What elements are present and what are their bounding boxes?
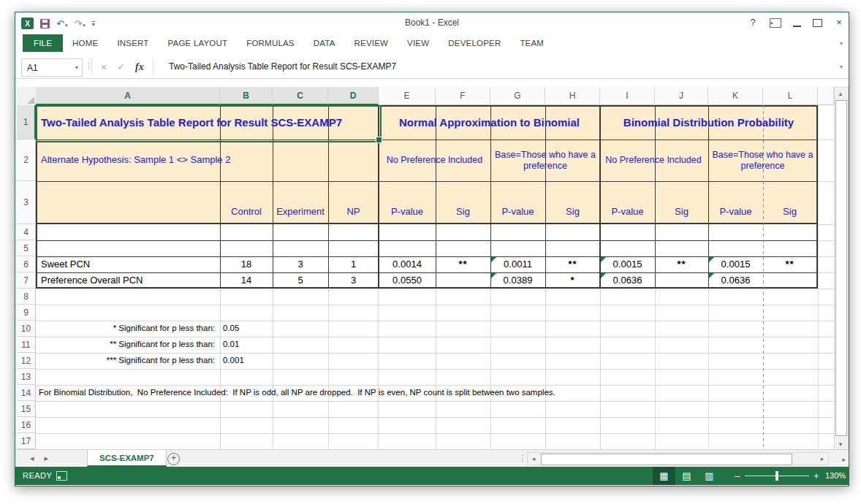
row-header-6[interactable]: 6 (17, 256, 36, 272)
formula-input[interactable]: Two-Tailed Analysis Table Report for Res… (169, 61, 827, 72)
scroll-up-icon[interactable]: ▴ (835, 88, 846, 99)
cell-G7[interactable]: 0.0389 (490, 272, 545, 289)
select-all-button[interactable] (17, 87, 37, 106)
cell-B10[interactable]: 0.05 (223, 321, 289, 337)
row-header-4[interactable]: 4 (17, 224, 36, 240)
cancel-icon[interactable]: × (101, 61, 107, 73)
cell-C7[interactable]: 5 (273, 272, 328, 289)
cell-L3[interactable]: Sig (763, 181, 816, 224)
cell-E3[interactable]: P-value (379, 181, 436, 224)
row-header-14[interactable]: 14 (17, 385, 36, 401)
cell-H7[interactable]: * (545, 272, 600, 289)
ribbon-collapse-icon[interactable]: ▾ (840, 40, 843, 47)
row-header-15[interactable]: 15 (17, 401, 36, 417)
cell-J3[interactable]: Sig (655, 181, 708, 224)
cell-A2[interactable]: Alternate Hypothesis: Sample 1 <> Sample… (36, 140, 379, 181)
row-header-2[interactable]: 2 (17, 140, 36, 181)
ribbon-tab-review[interactable]: REVIEW (345, 34, 398, 52)
ribbon-tab-developer[interactable]: DEVELOPER (439, 34, 510, 52)
vertical-scrollbar[interactable]: ▴ ▾ (834, 87, 849, 451)
row-header-8[interactable]: 8 (17, 289, 36, 305)
cell-K7[interactable]: 0.0636 (708, 272, 763, 289)
cell-D7[interactable]: 3 (328, 272, 379, 289)
row-header-9[interactable]: 9 (17, 305, 36, 321)
new-sheet-button[interactable]: + (167, 453, 180, 465)
row-header-12[interactable]: 12 (17, 353, 36, 369)
column-header-G[interactable]: G (490, 87, 545, 105)
zoom-in-button[interactable]: + (813, 470, 819, 481)
cell-G2[interactable]: Base=Those who have a preference (491, 140, 599, 181)
ribbon-tab-insert[interactable]: INSERT (107, 34, 158, 52)
sheet-tab-scs-examp7[interactable]: SCS-EXAMP7 (87, 450, 167, 467)
cell-H6[interactable]: ** (545, 256, 600, 272)
vertical-scrollbar-thumb[interactable] (835, 100, 847, 436)
maximize-button[interactable] (813, 19, 822, 27)
column-header-F[interactable]: F (436, 87, 490, 105)
chevron-down-icon[interactable]: ▾ (75, 64, 82, 71)
page-break-view-icon[interactable]: ▥ (698, 467, 721, 485)
column-header-A[interactable]: A (36, 87, 220, 105)
minimize-button[interactable] (793, 18, 801, 27)
scroll-right-edge-icon[interactable]: ▸ (842, 456, 846, 463)
scroll-right-icon[interactable]: ▸ (816, 453, 828, 465)
close-button[interactable]: × (834, 16, 844, 29)
scroll-down-icon[interactable]: ▾ (835, 438, 846, 450)
cell-G6[interactable]: 0.0011 (490, 256, 545, 272)
cell-A10[interactable]: * Significant for p less than: (36, 321, 219, 337)
cell-K3[interactable]: P-value (708, 181, 763, 224)
help-button[interactable]: ? (748, 16, 758, 29)
cell-F6[interactable]: ** (436, 256, 490, 272)
row-header-11[interactable]: 11 (17, 337, 36, 353)
cell-K2[interactable]: Base=Those who have a preference (709, 140, 816, 181)
cell-K6[interactable]: 0.0015 (708, 256, 763, 272)
cell-E1[interactable]: Normal Approximation to Binomial (379, 105, 599, 140)
ribbon-tab-team[interactable]: TEAM (510, 34, 553, 52)
horizontal-scrollbar[interactable]: ◂ ▸ (527, 452, 829, 465)
cell-I7[interactable]: 0.0636 (600, 272, 655, 289)
row-header-17[interactable]: 17 (17, 433, 36, 449)
cell-B3[interactable]: Control (220, 181, 273, 224)
cell-G3[interactable]: P-value (490, 181, 545, 224)
column-header-H[interactable]: H (545, 87, 600, 105)
cell-J7[interactable] (655, 272, 708, 289)
column-header-K[interactable]: K (708, 87, 763, 105)
cell-E6[interactable]: 0.0014 (379, 256, 436, 272)
column-header-L[interactable]: L (763, 87, 818, 105)
cell-C3[interactable]: Experiment (273, 181, 328, 224)
column-header-C[interactable]: C (273, 87, 328, 105)
cell-A14-footnote[interactable]: For Binomial Distribution, No Preference… (39, 385, 740, 401)
tab-split-handle[interactable]: ⋮ (518, 453, 527, 463)
column-header-D[interactable]: D (328, 87, 379, 105)
row-header-5[interactable]: 5 (17, 240, 36, 256)
column-header-I[interactable]: I (600, 87, 655, 105)
column-header-B[interactable]: B (220, 87, 273, 105)
cell-I6[interactable]: 0.0015 (600, 256, 655, 272)
cell-F3[interactable]: Sig (436, 181, 490, 224)
horizontal-scrollbar-thumb[interactable] (541, 454, 792, 465)
ribbon-display-options-button[interactable]: ▴ (770, 18, 781, 28)
cell-B12[interactable]: 0.001 (223, 353, 289, 369)
cell-D6[interactable]: 1 (328, 256, 379, 272)
cell-D3[interactable]: NP (328, 181, 379, 224)
cell-E2[interactable]: No Preference Included (379, 140, 490, 181)
zoom-out-button[interactable]: – (735, 470, 740, 481)
ribbon-tab-home[interactable]: HOME (63, 34, 107, 52)
sheet-nav-arrows[interactable]: ◂▸ (30, 454, 58, 463)
row-header-16[interactable]: 16 (17, 417, 36, 433)
cell-A11[interactable]: ** Significant for p less than: (36, 337, 219, 353)
cell-I2[interactable]: No Preference Included (600, 140, 707, 181)
cell-I1[interactable]: Binomial Distribution Probability (601, 105, 816, 140)
ribbon-tab-data[interactable]: DATA (304, 34, 345, 52)
ribbon-tab-formulas[interactable]: FORMULAS (237, 34, 304, 52)
cell-B11[interactable]: 0.01 (223, 337, 289, 353)
cell-A7[interactable]: Preference Overall PCN (36, 272, 220, 289)
scroll-left-icon[interactable]: ◂ (528, 453, 539, 465)
cell-B6[interactable]: 18 (220, 256, 273, 272)
macro-record-icon[interactable] (56, 471, 67, 481)
ribbon-tab-view[interactable]: VIEW (398, 34, 439, 52)
row-header-13[interactable]: 13 (17, 369, 36, 385)
page-layout-view-icon[interactable]: ▤ (675, 467, 698, 485)
cell-L7[interactable] (763, 272, 816, 289)
row-header-10[interactable]: 10 (17, 321, 36, 337)
row-header-3[interactable]: 3 (17, 181, 36, 224)
